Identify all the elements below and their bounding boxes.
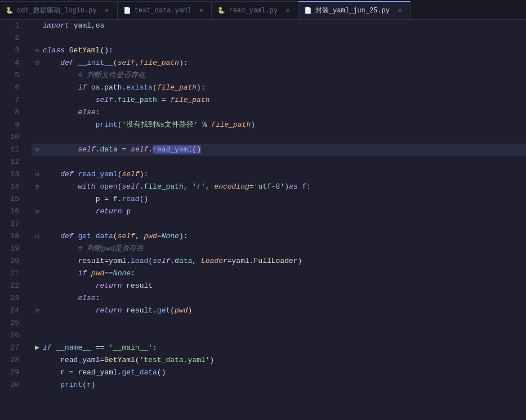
- line-number: 10: [0, 131, 23, 144]
- code-line: ⊟ def __init__(self,file_path):: [32, 57, 526, 69]
- line-number: 23: [0, 292, 23, 305]
- gutter-16: ⊟: [32, 205, 43, 218]
- collapse-arrow-icon[interactable]: ⊟: [35, 44, 39, 57]
- collapse-arrow-icon[interactable]: ⊟: [35, 230, 39, 243]
- run-arrow-icon[interactable]: ▶: [35, 342, 39, 354]
- code-text: else:: [78, 292, 100, 305]
- code-content[interactable]: import yaml,os⊟class GetYaml():⊟ def __i…: [27, 20, 526, 420]
- line-number: 18: [0, 230, 23, 243]
- gutter-27: ▶: [32, 342, 43, 354]
- code-line: return result: [32, 280, 526, 292]
- gutter-14: ⊟: [32, 181, 43, 193]
- code-line: print('没有找到%s文件路径' % file_path): [32, 119, 526, 131]
- collapse-arrow-icon[interactable]: ⊟: [35, 181, 39, 193]
- tab-bar: 🐍 ddt_数据驱动_login.py ✕ 📄 test_data.yaml ✕…: [0, 0, 526, 20]
- collapse-arrow-icon[interactable]: ⊟: [35, 57, 39, 69]
- indent: [43, 379, 60, 391]
- gutter-18: ⊟: [32, 230, 43, 243]
- code-line: print(r): [32, 379, 526, 391]
- collapse-arrow-icon[interactable]: ⊟: [35, 144, 39, 156]
- line-number: 14: [0, 181, 23, 193]
- tab-icon-py1: 🐍: [6, 7, 14, 14]
- code-text: def get_data(self, pwd=None):: [60, 230, 188, 243]
- code-text: self.data = self.read_yaml(): [78, 144, 201, 156]
- tab-close-2[interactable]: ✕: [197, 6, 206, 15]
- line-number: 26: [0, 329, 23, 342]
- line-number: 1: [0, 20, 23, 32]
- indent: [43, 181, 78, 193]
- code-text: self.file_path = file_path: [96, 94, 210, 106]
- indent: [43, 193, 96, 205]
- code-text: import yaml,os: [43, 20, 104, 32]
- line-number: 22: [0, 280, 23, 292]
- code-line: r = read_yaml.get_data(): [32, 367, 526, 379]
- tab-close-3[interactable]: ✕: [283, 6, 292, 15]
- indent: [43, 280, 96, 292]
- line-number: 4: [0, 57, 23, 69]
- line-number: 6: [0, 82, 23, 94]
- code-line: ⊟class GetYaml():: [32, 44, 526, 57]
- line-number: 8: [0, 106, 23, 119]
- tab-close-1[interactable]: ✕: [102, 6, 112, 15]
- code-editor: 1234567891011121314151617181920212223242…: [0, 20, 526, 420]
- code-line: else:: [32, 292, 526, 305]
- code-text: read_yaml=GetYaml('test_data.yaml'): [60, 354, 214, 367]
- line-number: 12: [0, 156, 23, 168]
- code-line: ⊟ return result.get(pwd): [32, 305, 526, 317]
- code-line: if pwd==None:: [32, 267, 526, 280]
- collapse-arrow-icon[interactable]: ⊟: [35, 168, 39, 181]
- code-text: result=yaml.load(self.data, Loader=yaml.…: [78, 255, 302, 267]
- code-line: [32, 156, 526, 168]
- indent: [43, 305, 96, 317]
- code-line: else:: [32, 106, 526, 119]
- indent: [43, 354, 60, 367]
- line-number: 3: [0, 44, 23, 57]
- code-text: def read_yaml(self):: [60, 168, 148, 181]
- code-text: # 判断pwd是否存在: [78, 243, 144, 255]
- code-text: return p: [96, 205, 131, 218]
- code-line: ⊟ return p: [32, 205, 526, 218]
- code-line: ▶if __name__ == '__main__':: [32, 342, 526, 354]
- indent: [43, 243, 78, 255]
- line-number: 15: [0, 193, 23, 205]
- tab-icon-py2: 🐍: [217, 7, 225, 14]
- indent: [43, 94, 96, 106]
- gutter-4: ⊟: [32, 57, 43, 69]
- code-text: with open(self.file_path, 'r', encoding=…: [78, 181, 311, 193]
- tab-test-data[interactable]: 📄 test_data.yaml ✕: [118, 1, 212, 19]
- code-line: if os.path.exists(file_path):: [32, 82, 526, 94]
- code-line: [32, 317, 526, 329]
- gutter-13: ⊟: [32, 168, 43, 181]
- line-number: 9: [0, 119, 23, 131]
- code-line: result=yaml.load(self.data, Loader=yaml.…: [32, 255, 526, 267]
- collapse-arrow-icon[interactable]: ⊟: [35, 305, 39, 317]
- indent: [43, 57, 60, 69]
- line-number: 16: [0, 205, 23, 218]
- indent: [43, 292, 78, 305]
- tab-read-yaml[interactable]: 🐍 read_yaml.py ✕: [212, 1, 298, 19]
- line-number: 19: [0, 243, 23, 255]
- code-line: self.file_path = file_path: [32, 94, 526, 106]
- line-number: 17: [0, 218, 23, 230]
- code-line: # 判断文件是否存在: [32, 69, 526, 82]
- code-text: else:: [78, 106, 100, 119]
- code-text: return result: [96, 280, 153, 292]
- indent: [43, 267, 78, 280]
- indent: [43, 205, 96, 218]
- indent: [43, 82, 78, 94]
- code-line: ⊟ with open(self.file_path, 'r', encodin…: [32, 181, 526, 193]
- tab-icon-yaml2: 📄: [304, 7, 312, 14]
- code-text: print(r): [60, 379, 95, 391]
- code-text: if __name__ == '__main__':: [43, 342, 157, 354]
- code-line: [32, 329, 526, 342]
- code-text: if pwd==None:: [78, 267, 135, 280]
- code-text: print('没有找到%s文件路径' % file_path): [96, 119, 255, 131]
- tab-close-4[interactable]: ✕: [395, 6, 404, 15]
- tab-active[interactable]: 📄 封装_yaml_jun_25.py ✕: [298, 1, 411, 19]
- gutter-24: ⊟: [32, 305, 43, 317]
- collapse-arrow-icon[interactable]: ⊟: [35, 205, 39, 218]
- tab-ddt[interactable]: 🐍 ddt_数据驱动_login.py ✕: [0, 1, 118, 19]
- indent: [43, 106, 78, 119]
- code-text: if os.path.exists(file_path):: [78, 82, 205, 94]
- line-number: 25: [0, 317, 23, 329]
